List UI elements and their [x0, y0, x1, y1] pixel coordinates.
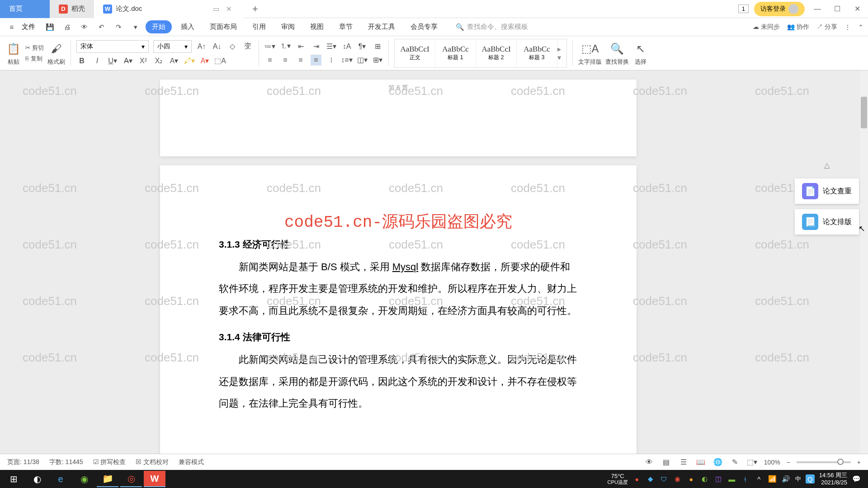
- tray-icon-3[interactable]: 🛡: [660, 474, 669, 483]
- bold-icon[interactable]: B: [76, 56, 87, 66]
- zoom-out-icon[interactable]: −: [787, 459, 790, 466]
- unsync-status[interactable]: ☁ 未同步: [753, 23, 780, 31]
- increase-indent-icon[interactable]: ⇥: [311, 41, 321, 52]
- ime-indicator[interactable]: 中: [795, 475, 801, 483]
- zoom-in-icon[interactable]: +: [857, 459, 861, 466]
- file-menu[interactable]: 文件: [22, 23, 35, 31]
- decrease-indent-icon[interactable]: ⇤: [295, 41, 306, 52]
- shading-icon[interactable]: ◫▾: [357, 55, 368, 66]
- menu-page-layout[interactable]: 页面布局: [203, 20, 243, 33]
- print-icon[interactable]: 🖨: [60, 20, 74, 34]
- align-left-icon[interactable]: ≡: [264, 55, 275, 66]
- tab-docao[interactable]: D 稻壳: [50, 0, 94, 18]
- eye-icon[interactable]: 👁: [644, 457, 655, 468]
- print-preview-icon[interactable]: 👁: [77, 20, 91, 34]
- style-h2[interactable]: AaBbCcI标题 2: [476, 39, 517, 67]
- volume-icon[interactable]: 🔊: [782, 474, 791, 483]
- notification-icon[interactable]: 💬: [852, 474, 861, 483]
- save-icon[interactable]: 💾: [42, 20, 57, 34]
- tray-icon-4[interactable]: ◉: [673, 474, 682, 483]
- close-button[interactable]: ✕: [850, 5, 864, 13]
- align-center-icon[interactable]: ≡: [280, 55, 291, 66]
- tab-window-icon[interactable]: ▭: [213, 5, 219, 13]
- new-tab-button[interactable]: +: [243, 3, 267, 15]
- clock[interactable]: 14:56 周三 2021/8/25: [819, 472, 847, 486]
- align-justify-icon[interactable]: ≡: [311, 55, 321, 66]
- font-color-icon[interactable]: A▾: [199, 56, 210, 66]
- wps-icon[interactable]: W: [144, 471, 165, 487]
- view-page-icon[interactable]: ▤: [661, 457, 672, 468]
- scroll-thumb[interactable]: [861, 97, 867, 128]
- clear-format-icon[interactable]: ◇: [227, 41, 238, 52]
- style-gallery[interactable]: AaBbCcI正文 AaBbCc标题 1 AaBbCcI标题 2 AaBbCc标…: [394, 39, 567, 68]
- redo-icon[interactable]: ↷: [111, 20, 126, 34]
- font-size-select[interactable]: 小四▾: [153, 40, 192, 53]
- browser-tray-icon[interactable]: Q: [806, 474, 815, 483]
- format-painter-button[interactable]: 🖌 格式刷: [47, 41, 65, 66]
- tab-marker-icon[interactable]: ⊞: [372, 41, 383, 52]
- subscript-icon[interactable]: X₂: [153, 56, 164, 66]
- explorer-icon[interactable]: 📁: [97, 471, 118, 487]
- start-button[interactable]: ⊞: [3, 471, 24, 487]
- superscript-icon[interactable]: X²: [138, 56, 149, 66]
- wifi-icon[interactable]: 📶: [768, 474, 777, 483]
- more-icon[interactable]: ⋮: [844, 23, 851, 31]
- border-icon[interactable]: ⊞▾: [372, 55, 383, 66]
- page-indicator[interactable]: 页面: 11/38: [7, 458, 39, 466]
- dropdown-icon[interactable]: ▾: [128, 20, 143, 34]
- minimize-button[interactable]: —: [810, 5, 825, 13]
- app-icon[interactable]: ◎: [120, 471, 142, 487]
- paper-check-button[interactable]: 📄 论文查重: [795, 178, 859, 204]
- zoom-slider[interactable]: [797, 461, 851, 463]
- tray-icon-7[interactable]: ◫: [714, 474, 723, 483]
- menu-insert[interactable]: 插入: [175, 20, 201, 33]
- word-count[interactable]: 字数: 11445: [49, 458, 83, 466]
- command-search[interactable]: 🔍 查找命令、搜索模板: [456, 23, 528, 31]
- undo-icon[interactable]: ↶: [94, 20, 108, 34]
- cut-button[interactable]: ✂ 剪切: [25, 44, 44, 52]
- spell-check[interactable]: ☑ 拼写检查: [93, 458, 126, 466]
- char-border-icon[interactable]: ⬚A: [215, 56, 226, 66]
- menu-view[interactable]: 视图: [304, 20, 330, 33]
- style-normal[interactable]: AaBbCcI正文: [395, 39, 435, 67]
- fit-icon[interactable]: ⬚▾: [747, 457, 758, 468]
- phonetic-icon[interactable]: 变: [242, 41, 253, 52]
- tray-icon-1[interactable]: ●: [632, 474, 642, 483]
- view-outline-icon[interactable]: ☰: [678, 457, 689, 468]
- view-read-icon[interactable]: 📖: [695, 457, 706, 468]
- shrink-font-icon[interactable]: A↓: [212, 41, 222, 52]
- italic-icon[interactable]: I: [92, 56, 103, 66]
- coop-button[interactable]: 👥 协作: [787, 23, 809, 31]
- guest-login-button[interactable]: 访客登录: [754, 2, 805, 16]
- collapse-ribbon-icon[interactable]: ⌃: [858, 23, 863, 31]
- underline-icon[interactable]: U▾: [107, 56, 118, 66]
- tab-document[interactable]: W 论文.doc ▭ ✕: [94, 0, 243, 18]
- find-replace-button[interactable]: 🔍 查找替换: [605, 41, 629, 66]
- copy-button[interactable]: ⎘ 复制: [25, 55, 44, 63]
- collapse-panel-icon[interactable]: △: [795, 161, 859, 169]
- annotate-icon[interactable]: ✎: [730, 457, 741, 468]
- line-spacing-icon[interactable]: ↕≡▾: [341, 55, 352, 66]
- grow-font-icon[interactable]: A↑: [196, 41, 207, 52]
- tray-icon-6[interactable]: ◐: [700, 474, 709, 483]
- highlight-icon[interactable]: 🖍▾: [184, 56, 195, 66]
- doc-proof[interactable]: ☒ 文档校对: [136, 458, 169, 466]
- vertical-scrollbar[interactable]: [860, 70, 868, 454]
- select-button[interactable]: ↖ 选择: [632, 41, 649, 66]
- text-effect-icon[interactable]: A▾: [169, 56, 179, 66]
- menu-review[interactable]: 审阅: [275, 20, 301, 33]
- menu-dev-tools[interactable]: 开发工具: [362, 20, 401, 33]
- sort-icon[interactable]: ↕A: [341, 41, 352, 52]
- number-list-icon[interactable]: ⒈▾: [280, 41, 291, 52]
- tray-icon-2[interactable]: ◆: [646, 474, 655, 483]
- menu-reference[interactable]: 引用: [246, 20, 272, 33]
- text-layout-button[interactable]: ⬚A 文字排版: [578, 41, 602, 66]
- tab-close-icon[interactable]: ✕: [224, 5, 234, 13]
- paper-layout-button[interactable]: 📃 论文排版: [795, 209, 859, 235]
- bluetooth-icon[interactable]: ᚼ: [741, 474, 750, 483]
- tray-icon-5[interactable]: ●: [687, 474, 696, 483]
- paste-button[interactable]: 📋 粘贴: [5, 41, 22, 66]
- share-button[interactable]: ↗ 分享: [816, 23, 837, 31]
- align-right-icon[interactable]: ≡: [295, 55, 306, 66]
- show-marks-icon[interactable]: ¶▾: [357, 41, 368, 52]
